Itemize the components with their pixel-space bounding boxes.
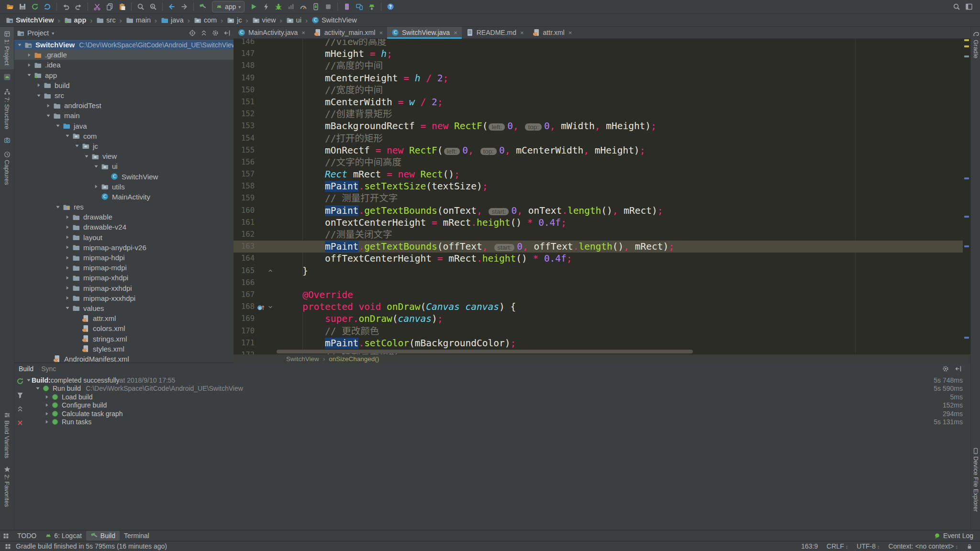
editor-line-155[interactable]: 155 mOnRectf = new RectF(left:0, top:0, … — [234, 144, 970, 156]
fold-marker-icon[interactable] — [267, 268, 273, 274]
collapse-all-button[interactable] — [200, 29, 208, 37]
editor-line-147[interactable]: 147 mHeight = h; — [234, 48, 970, 60]
tree-item-mipmap-mdpi[interactable]: mipmap-mdpi — [14, 263, 234, 273]
tree-item-layout[interactable]: layout — [14, 232, 234, 242]
editor-line-154[interactable]: 154 //打开的矩形 — [234, 132, 970, 144]
stripe-mark[interactable] — [964, 216, 969, 218]
tree-item-values[interactable]: values — [14, 303, 234, 313]
stripe-tab-1--project[interactable]: 1: Project — [0, 27, 14, 69]
editor-line-153[interactable]: 153 mBackgroundRectf = new RectF(left:0,… — [234, 120, 970, 132]
chevron-collapsed-icon[interactable] — [26, 53, 32, 57]
navbar-item-jc[interactable]: jc — [226, 16, 243, 24]
stripe-mark[interactable] — [964, 337, 969, 339]
chevron-collapsed-icon[interactable] — [44, 395, 50, 399]
chevron-collapsed-icon[interactable] — [65, 245, 70, 250]
navbar-item-switchview[interactable]: SwitchView — [5, 16, 55, 24]
build-hammer-button[interactable] — [197, 1, 209, 12]
lock-icon[interactable] — [967, 543, 972, 550]
debug-button[interactable] — [272, 1, 285, 12]
chevron-expanded-icon[interactable] — [74, 143, 80, 148]
chevron-collapsed-icon[interactable] — [93, 184, 99, 189]
tree-item-androidtest[interactable]: androidTest — [14, 100, 234, 110]
open-folder-button[interactable] — [4, 1, 16, 12]
tree-item-strings-xml[interactable]: </>strings.xml — [14, 333, 234, 343]
stop-button[interactable] — [322, 1, 334, 12]
chevron-collapsed-icon[interactable] — [44, 411, 50, 416]
editor-line-171[interactable]: 171 mPaint.setColor(mBackgroundColor); — [234, 337, 970, 349]
chevron-down-icon[interactable]: ▾ — [52, 31, 54, 36]
sync-button[interactable] — [29, 1, 41, 12]
tab-mainactivity-java[interactable]: CMainActivity.java× — [234, 27, 310, 38]
editor-line-166[interactable]: 166 — [234, 277, 970, 289]
undo-button[interactable] — [60, 1, 72, 12]
editor-line-168[interactable]: 168o protected void onDraw(Canvas canvas… — [234, 301, 970, 313]
chevron-collapsed-icon[interactable] — [65, 235, 70, 240]
event-log-button[interactable]: Event Log — [943, 532, 973, 540]
stripe-tab-captures[interactable] — [0, 133, 14, 147]
editor-line-161[interactable]: 161 onTextCenterHeight = mRect.height() … — [234, 217, 970, 229]
stripe-mark[interactable] — [964, 39, 969, 41]
chevron-expanded-icon[interactable] — [65, 133, 70, 138]
navbar-item-java[interactable]: java — [160, 16, 185, 24]
paste-button[interactable] — [116, 1, 128, 12]
editor-line-149[interactable]: 149 mCenterHeight = h / 2; — [234, 72, 970, 84]
chevron-collapsed-icon[interactable] — [65, 215, 70, 220]
override-method-icon[interactable]: o — [255, 303, 267, 311]
tree-item-switchview[interactable]: CSwitchView — [14, 171, 234, 181]
editor-line-170[interactable]: 170 // 更改颜色 — [234, 325, 970, 337]
hide-button[interactable] — [223, 29, 231, 37]
chevron-expanded-icon[interactable] — [84, 154, 89, 159]
run-button[interactable] — [247, 1, 260, 12]
build-row[interactable]: Calculate task graph294ms — [25, 409, 980, 418]
editor-line-165[interactable]: 165 } — [234, 265, 970, 277]
stripe-tab-7--structure[interactable]: 7: Structure — [0, 85, 14, 133]
project-pane-title[interactable]: Project — [27, 29, 49, 37]
tree-item-mipmap-xxhdpi[interactable]: mipmap-xxhdpi — [14, 283, 234, 293]
navbar-item-view[interactable]: view — [251, 16, 277, 24]
forward-button[interactable] — [178, 1, 190, 12]
tree-item-utils[interactable]: utils — [14, 182, 234, 192]
redo-button[interactable] — [72, 1, 85, 12]
tree-item-main[interactable]: main — [14, 110, 234, 121]
close-icon[interactable]: × — [379, 29, 383, 36]
stripe-tab-2--favorites[interactable]: 2: Favorites — [0, 462, 14, 511]
tab-readme-md[interactable]: README.md× — [462, 27, 528, 38]
toolwindow-button-build[interactable]: Build — [86, 531, 120, 540]
tab-switchview-java[interactable]: CSwitchView.java× — [387, 27, 462, 38]
build-header-tab-sync[interactable]: Sync — [41, 365, 56, 373]
chevron-expanded-icon[interactable] — [25, 378, 32, 383]
tree-item-mipmap-xhdpi[interactable]: mipmap-xhdpi — [14, 273, 234, 283]
tree-item-ui[interactable]: ui — [14, 161, 234, 171]
editor-line-169[interactable]: 169 super.onDraw(canvas); — [234, 313, 970, 325]
tree-item-drawable-v24[interactable]: drawable-v24 — [14, 222, 234, 232]
tree-item-com[interactable]: com — [14, 131, 234, 141]
toolwindow-button-todo[interactable]: TODO — [13, 531, 41, 540]
toolwindow-toggle-icon[interactable] — [5, 543, 11, 550]
editor-line-158[interactable]: 158 mPaint.setTextSize(textSize); — [234, 180, 970, 192]
stripe-tab-captures[interactable]: Captures — [0, 147, 14, 189]
tree-item-mipmap-anydpi-v26[interactable]: mipmap-anydpi-v26 — [14, 242, 234, 253]
chevron-expanded-icon[interactable] — [34, 386, 41, 391]
gear-button[interactable] — [942, 365, 949, 373]
editor-line-159[interactable]: 159 // 测量打开文字 — [234, 192, 970, 204]
chevron-collapsed-icon[interactable] — [65, 265, 70, 270]
profile-button[interactable] — [285, 1, 297, 12]
fold-marker-icon[interactable] — [267, 304, 273, 310]
code-editor[interactable]: 146 //view的高度147 mHeight = h;148 //高度的中间… — [234, 39, 970, 354]
chevron-collapsed-icon[interactable] — [26, 63, 32, 67]
tree-item-switchview[interactable]: SwitchViewC:\Dev\WorkSpace\GitCode\Andro… — [14, 40, 234, 50]
replace-button[interactable]: A — [147, 1, 159, 12]
editor-line-150[interactable]: 150 //宽度的中间 — [234, 84, 970, 96]
stripe-mark[interactable] — [964, 177, 969, 179]
chevron-collapsed-icon[interactable] — [45, 103, 51, 108]
stripe-tab-device-file-explorer[interactable]: Device File Explorer — [971, 444, 980, 516]
breadcrumb-class[interactable]: SwitchView — [286, 355, 319, 363]
tree-item-view[interactable]: view — [14, 151, 234, 161]
tree-item-res[interactable]: res — [14, 202, 234, 212]
chevron-expanded-icon[interactable] — [55, 205, 61, 209]
sync-gradle-button[interactable] — [353, 1, 366, 12]
tree-item-build[interactable]: build — [14, 80, 234, 90]
back-button[interactable] — [166, 1, 178, 12]
tree-item--idea[interactable]: .idea — [14, 60, 234, 70]
copy-button[interactable] — [103, 1, 116, 12]
